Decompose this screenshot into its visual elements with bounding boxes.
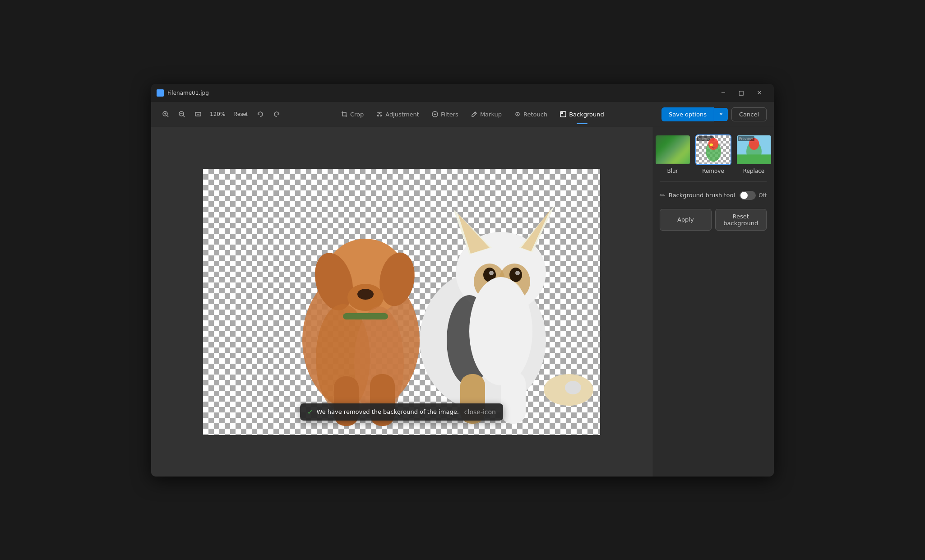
chevron-down-icon (719, 111, 723, 116)
svg-line-5 (183, 116, 185, 117)
toast-message: We have removed the background of the im… (317, 408, 459, 415)
toast-close-button[interactable]: close-icon (464, 408, 496, 416)
tool-navigation: Crop Adjustment Filters (286, 108, 660, 120)
svg-line-15 (474, 113, 476, 114)
svg-point-41 (489, 271, 494, 275)
remove-label: Remove (702, 168, 724, 174)
blur-option[interactable]: Blur (655, 134, 691, 174)
adjustment-tool-button[interactable]: Adjustment (371, 108, 425, 120)
fit-button[interactable] (191, 107, 205, 121)
markup-label: Markup (480, 111, 502, 118)
save-options-button[interactable]: Save options (661, 107, 714, 121)
sidebar-divider (660, 181, 767, 182)
toggle-knob (740, 192, 748, 199)
replace-option[interactable]: Preview Replace (736, 134, 772, 174)
title-bar: Filename01.jpg ─ □ ✕ (151, 84, 774, 102)
retouch-label: Retouch (523, 111, 547, 118)
redo-button[interactable] (269, 107, 284, 121)
retouch-icon (514, 111, 521, 117)
dogs-image (203, 169, 600, 435)
restore-button[interactable]: □ (732, 86, 750, 100)
toast-notification: ✓ We have removed the background of the … (300, 403, 503, 421)
svg-point-25 (357, 289, 374, 300)
markup-tool-button[interactable]: Markup (466, 108, 507, 120)
save-dropdown-button[interactable] (714, 108, 728, 121)
blur-preview (655, 134, 691, 165)
app-window: Filename01.jpg ─ □ ✕ (151, 84, 774, 477)
background-label: Background (569, 111, 604, 118)
zoom-in-icon (162, 111, 169, 118)
svg-point-47 (469, 277, 532, 385)
toggle-label: Off (758, 192, 767, 199)
crop-tool-button[interactable]: Crop (336, 108, 369, 120)
zoom-level: 120% (207, 111, 228, 117)
retouch-tool-button[interactable]: Retouch (509, 108, 553, 120)
svg-point-42 (515, 271, 520, 275)
blur-thumbnail (655, 134, 691, 165)
canvas-area: ✓ We have removed the background of the … (151, 127, 652, 477)
svg-rect-19 (561, 112, 563, 114)
adjustment-label: Adjustment (385, 111, 419, 118)
svg-point-11 (380, 115, 382, 116)
image-container: ✓ We have removed the background of the … (203, 169, 600, 435)
action-buttons: Apply Reset background (660, 209, 767, 231)
background-tool-button[interactable]: Background (555, 108, 610, 120)
svg-point-17 (517, 114, 518, 115)
background-icon (560, 111, 566, 117)
zoom-in-button[interactable] (158, 107, 173, 121)
main-toolbar: 120% Reset Crop (151, 102, 774, 127)
undo-icon (257, 111, 264, 118)
save-options-group: Save options (661, 107, 728, 121)
remove-thumbnail: Preview (695, 134, 731, 165)
background-options: Blur Preview Remove (660, 134, 767, 174)
window-title: Filename01.jpg (167, 90, 711, 96)
fit-icon (194, 111, 202, 118)
blur-label: Blur (667, 168, 678, 174)
replace-label: Replace (743, 168, 764, 174)
adjustment-icon (376, 111, 383, 117)
close-button[interactable]: ✕ (750, 86, 768, 100)
cancel-button[interactable]: Cancel (731, 107, 767, 121)
svg-rect-18 (560, 111, 566, 117)
svg-point-9 (379, 112, 380, 114)
svg-point-40 (509, 268, 522, 282)
zoom-out-button[interactable] (175, 107, 189, 121)
reset-background-button[interactable]: Reset background (715, 209, 767, 231)
zoom-out-icon (178, 111, 185, 118)
brush-tool-row: ✏ Background brush tool Off (660, 189, 767, 202)
svg-point-51 (565, 381, 581, 394)
crop-icon (341, 111, 347, 117)
toggle-track[interactable] (740, 191, 756, 200)
apply-button[interactable]: Apply (660, 209, 712, 231)
save-controls: Save options Cancel (661, 107, 767, 121)
brush-tool-toggle[interactable]: Off (740, 191, 767, 200)
svg-point-10 (378, 115, 379, 116)
svg-rect-49 (501, 372, 526, 424)
background-sidebar: Blur Preview Remove (652, 127, 774, 477)
window-controls: ─ □ ✕ (714, 86, 768, 100)
parrot-mini-icon (696, 135, 731, 164)
brush-tool-label: Background brush tool (669, 192, 736, 199)
svg-point-54 (709, 143, 713, 146)
minimize-button[interactable]: ─ (714, 86, 732, 100)
undo-button[interactable] (253, 107, 268, 121)
filters-icon (432, 111, 438, 117)
brush-icon: ✏ (660, 192, 665, 199)
svg-rect-30 (343, 313, 388, 319)
reset-zoom-button[interactable]: Reset (230, 109, 251, 119)
zoom-controls: 120% Reset (158, 107, 284, 121)
remove-option[interactable]: Preview Remove (695, 134, 731, 174)
replace-preview-badge: Preview (738, 136, 754, 141)
main-area: ✓ We have removed the background of the … (151, 127, 774, 477)
check-circle-icon: ✓ (307, 408, 313, 416)
crop-label: Crop (350, 111, 364, 118)
redo-icon (273, 111, 280, 118)
app-icon (157, 89, 164, 97)
filters-label: Filters (441, 111, 458, 118)
replace-thumbnail: Preview (736, 134, 772, 165)
filters-tool-button[interactable]: Filters (426, 108, 464, 120)
svg-line-1 (167, 116, 168, 117)
markup-icon (471, 111, 477, 117)
